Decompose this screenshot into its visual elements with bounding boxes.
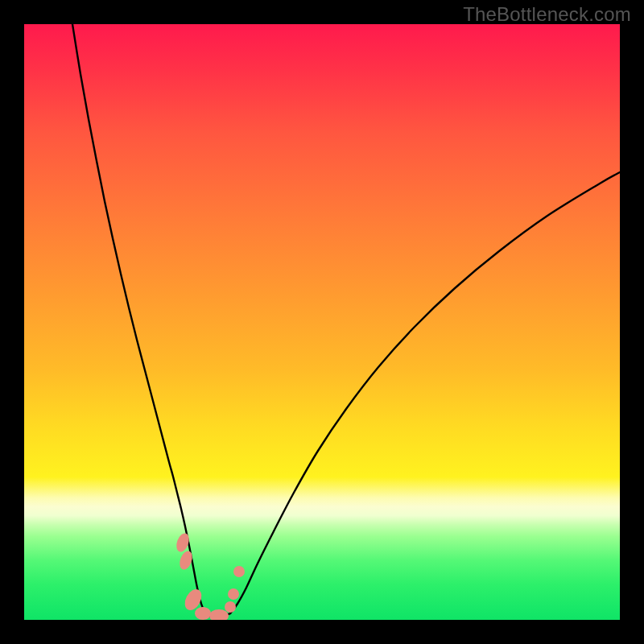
marker-lozenge [195, 607, 211, 620]
marker-dot [225, 601, 236, 613]
marker-dot [228, 588, 239, 600]
watermark-text: TheBottleneck.com [463, 3, 631, 26]
left-curve [72, 24, 205, 613]
chart-frame: TheBottleneck.com [0, 0, 644, 644]
plot-area [24, 24, 620, 620]
marker-lozenge [209, 609, 229, 620]
right-curve [230, 172, 620, 613]
markers [174, 531, 245, 620]
marker-dot [233, 566, 245, 577]
curves-svg [24, 24, 620, 620]
